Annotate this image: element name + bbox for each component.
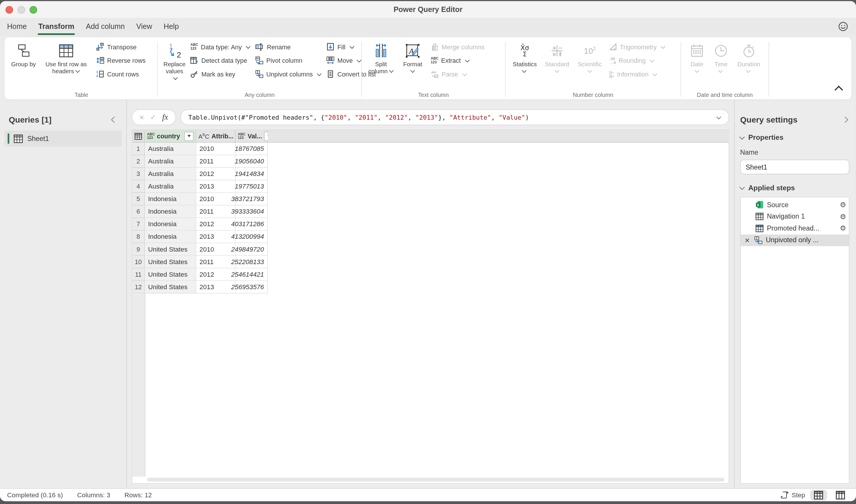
chevron-down-icon bbox=[746, 68, 751, 73]
split-column-button[interactable]: Split column bbox=[368, 39, 395, 91]
scrollbar-thumb[interactable] bbox=[147, 478, 725, 482]
extract-button[interactable]: ABC123 Extract bbox=[431, 56, 485, 65]
date-icon bbox=[690, 41, 704, 60]
table-icon bbox=[755, 213, 764, 220]
group-caption-table: Table bbox=[11, 91, 152, 99]
table-row[interactable]: 10United States2011252208133 bbox=[132, 256, 729, 269]
date-button[interactable]: Date bbox=[688, 39, 706, 91]
collapse-queries-panel-button[interactable] bbox=[111, 116, 117, 123]
table-row[interactable]: 4Australia201319775013 bbox=[132, 180, 729, 193]
filter-triangle-icon bbox=[187, 135, 190, 137]
applied-step-source[interactable]: X Source ⚙ bbox=[741, 199, 849, 211]
query-name: Sheet1 bbox=[28, 135, 49, 142]
detect-data-type-button[interactable]: ? Detect data type bbox=[190, 56, 250, 65]
step-settings-gear-icon[interactable]: ⚙ bbox=[840, 225, 846, 232]
column-header-value[interactable]: ABC123 Val... bbox=[235, 130, 268, 143]
collapse-settings-panel-button[interactable] bbox=[842, 116, 848, 123]
convert-to-list-icon bbox=[326, 70, 335, 78]
tab-transform[interactable]: Transform bbox=[38, 21, 75, 32]
trigonometry-icon bbox=[609, 42, 617, 51]
step-settings-gear-icon[interactable]: ⚙ bbox=[840, 213, 846, 220]
unpivot-columns-button[interactable]: Unpivot columns bbox=[255, 70, 322, 79]
information-button[interactable]: 1|−3|+ Information bbox=[609, 70, 665, 79]
key-icon bbox=[190, 70, 198, 78]
reverse-rows-button[interactable]: Reverse rows bbox=[96, 56, 146, 65]
use-first-row-as-headers-button[interactable]: Use first row as headers bbox=[41, 39, 91, 91]
pivot-column-button[interactable]: Pivot column bbox=[255, 56, 322, 65]
mark-as-key-button[interactable]: Mark as key bbox=[190, 70, 250, 79]
standard-button[interactable]: Standard bbox=[543, 39, 571, 91]
chevron-down-icon bbox=[522, 68, 527, 73]
step-settings-gear-icon[interactable]: ⚙ bbox=[840, 201, 846, 209]
data-type-icon: ABC123 bbox=[190, 43, 198, 50]
time-button[interactable]: Time bbox=[712, 39, 730, 91]
format-button[interactable]: A Format bbox=[399, 39, 426, 91]
table-promoted-header-icon bbox=[58, 41, 74, 60]
select-all-corner-button[interactable] bbox=[132, 130, 145, 143]
filter-dropdown-button[interactable] bbox=[184, 131, 194, 141]
duration-button[interactable]: Duration bbox=[736, 39, 762, 91]
trigonometry-button[interactable]: Trigonometry bbox=[609, 42, 665, 51]
standard-operations-icon bbox=[550, 41, 564, 60]
ribbon-separator bbox=[361, 42, 362, 96]
table-row[interactable]: 2Australia201119056040 bbox=[132, 155, 729, 168]
duration-icon bbox=[742, 41, 756, 60]
applied-steps-section-header[interactable]: Applied steps bbox=[740, 183, 850, 192]
merge-columns-button[interactable]: Merge columns bbox=[431, 42, 485, 51]
tab-view[interactable]: View bbox=[136, 21, 153, 32]
column-view-toggle[interactable] bbox=[832, 489, 849, 500]
group-caption-text-column: Text column bbox=[368, 91, 500, 99]
rounding-button[interactable]: .00→.0 Rounding bbox=[609, 56, 665, 65]
scientific-button[interactable]: 102 Scientific bbox=[575, 39, 604, 91]
column-header-attribute[interactable]: ABC Attrib... bbox=[196, 130, 235, 143]
table-row[interactable]: 9United States2010249849720 bbox=[132, 243, 729, 256]
step-button[interactable]: Step bbox=[781, 491, 805, 499]
data-type-button[interactable]: ABC123 Data type: Any bbox=[190, 42, 250, 51]
grid-view-toggle[interactable] bbox=[810, 489, 827, 500]
transpose-button[interactable]: Transpose bbox=[96, 42, 146, 51]
tab-add-column[interactable]: Add column bbox=[85, 21, 125, 32]
commit-formula-button[interactable]: ✓ bbox=[150, 114, 156, 121]
desktop: Power Query Editor Home Transform Add co… bbox=[0, 0, 856, 504]
table-row[interactable]: 5Indonesia2010383721793 bbox=[132, 193, 729, 205]
table-row[interactable]: 3Australia201219414834 bbox=[132, 168, 729, 180]
column-header-country[interactable]: ABC123 country bbox=[145, 130, 196, 143]
chevron-down-icon bbox=[650, 57, 655, 62]
chevron-up-icon bbox=[834, 86, 843, 94]
zoom-window-button[interactable] bbox=[30, 6, 37, 14]
title-bar: Power Query Editor bbox=[0, 1, 856, 18]
group-by-button[interactable]: Group by bbox=[11, 39, 36, 91]
properties-section-header[interactable]: Properties bbox=[740, 133, 850, 142]
replace-values-button[interactable]: 12 Replace values bbox=[163, 39, 185, 91]
delete-step-icon[interactable]: × bbox=[743, 236, 751, 244]
tab-help[interactable]: Help bbox=[163, 21, 179, 32]
cancel-formula-button[interactable]: × bbox=[140, 113, 144, 121]
applied-step-unpivoted[interactable]: × Unpivoted only ... bbox=[741, 234, 849, 246]
table-row[interactable]: 11United States2012254614421 bbox=[132, 269, 729, 281]
chevron-down-icon bbox=[718, 68, 723, 73]
close-window-button[interactable] bbox=[5, 6, 13, 14]
applied-step-navigation[interactable]: Navigation 1 ⚙ bbox=[741, 211, 849, 222]
detect-data-type-icon: ? bbox=[190, 56, 198, 65]
formula-input[interactable]: Table.Unpivot(#"Promoted headers", {"201… bbox=[180, 109, 729, 125]
collapse-ribbon-button[interactable] bbox=[836, 85, 842, 95]
statistics-button[interactable]: X̄σΣ Statistics bbox=[511, 39, 538, 91]
table-row[interactable]: 1Australia201018767085 bbox=[132, 143, 729, 155]
horizontal-scrollbar[interactable] bbox=[147, 478, 725, 482]
expand-formula-bar-button[interactable] bbox=[715, 113, 721, 121]
table-row[interactable]: 8Indonesia2013413200994 bbox=[132, 231, 729, 243]
table-row[interactable]: 6Indonesia2011393333604 bbox=[132, 205, 729, 218]
parse-button[interactable]: abc Parse bbox=[431, 70, 485, 79]
grid-header-row: ABC123 country ABC Attrib... ABC123 Val.… bbox=[132, 130, 729, 143]
table-row[interactable]: 7Indonesia2012403171286 bbox=[132, 218, 729, 231]
tab-home[interactable]: Home bbox=[6, 21, 27, 32]
count-rows-button[interactable]: 12 Count rows bbox=[96, 70, 146, 79]
applied-step-promoted-headers[interactable]: Promoted head... ⚙ bbox=[741, 222, 849, 234]
minimize-window-button[interactable] bbox=[18, 6, 25, 14]
scientific-icon: 102 bbox=[584, 41, 596, 60]
query-list-item-sheet1[interactable]: Sheet1 bbox=[4, 131, 122, 146]
rename-button[interactable]: Rename bbox=[255, 42, 322, 51]
table-row[interactable]: 12United States2013256953576 bbox=[132, 281, 729, 293]
query-name-field[interactable]: Sheet1 bbox=[740, 160, 850, 175]
feedback-smiley-icon[interactable] bbox=[838, 21, 849, 32]
